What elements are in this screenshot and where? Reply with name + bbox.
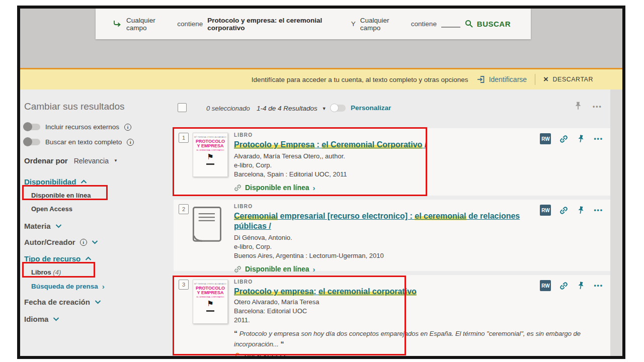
search-query-input[interactable]: Protocolo y empresa: el ceremonial corpo… <box>207 17 346 32</box>
availability-link[interactable]: Disponible en línea › <box>234 184 540 192</box>
scrollbar-gutter[interactable] <box>610 89 622 356</box>
title-highlight: el ceremonial corporativo <box>318 287 417 296</box>
book-cover-thumbnail[interactable]: Mª TERESA OTERO ALVARADO PROTOCOLOY EMPR… <box>193 133 228 177</box>
resource-type-label: LIBRO <box>234 132 540 138</box>
availability-label: Disponible en línea <box>245 184 309 192</box>
chevron-right-icon: › <box>313 265 315 274</box>
facet-language[interactable]: Idioma <box>24 315 59 323</box>
resource-type-label: LIBRO <box>234 204 540 209</box>
permalink-icon[interactable] <box>559 282 568 290</box>
signin-label: Identificarse <box>489 75 527 83</box>
press-search-link[interactable]: Búsqueda de prensa › <box>31 282 105 291</box>
search-bar: Cualquier campo contiene Protocolo y emp… <box>96 9 531 39</box>
book-cover-thumbnail[interactable]: Mª TERESA OTERO ALVARADO PROTOCOLOY EMPR… <box>193 280 228 324</box>
more-actions-icon[interactable]: ••• <box>593 103 602 110</box>
facet-label: Autor/Creador <box>24 238 75 246</box>
result-snippet: “ Protocolo y empresa son hoy día dos co… <box>234 328 590 349</box>
facet-label: Idioma <box>24 315 48 323</box>
facet-resource-type[interactable]: Tipo de recurso <box>24 254 92 263</box>
chevron-down-icon <box>95 300 101 304</box>
dismiss-label: DESCARTAR <box>553 76 593 83</box>
open-access-lock-icon <box>234 352 241 356</box>
toggle-switch[interactable] <box>24 139 40 145</box>
chevron-right-icon: › <box>313 184 315 192</box>
permalink-icon[interactable] <box>559 135 568 143</box>
link-icon <box>234 265 242 273</box>
more-actions-icon[interactable]: ••• <box>594 207 603 214</box>
more-actions-icon[interactable]: ••• <box>594 282 603 289</box>
search-field2-dropdown[interactable]: Cualquier campo <box>360 17 407 32</box>
result-title-link[interactable]: Protocolo y Empresa : el Ceremonial Corp… <box>234 140 540 150</box>
close-icon: × <box>543 74 548 84</box>
pin-icon[interactable] <box>577 206 585 215</box>
result-publication: Buenos Aires, Argentina : Lectorum-Ugerm… <box>234 251 540 260</box>
selected-count: 0 seleccionado <box>206 105 250 112</box>
search-field-dropdown[interactable]: Cualquier campo <box>126 17 173 32</box>
cover-subtitle: EL CEREMONIAL CORPORATIVO <box>193 149 227 151</box>
sort-dropdown[interactable]: Relevancia ▼ <box>74 157 118 165</box>
boolean-operator-dropdown[interactable]: Y <box>351 20 356 28</box>
results-range-label: 1-4 de 4 Resultados <box>257 105 317 112</box>
facet-availability[interactable]: Disponibilidad <box>24 177 87 186</box>
toggle-label: Buscar en texto completo <box>45 138 122 146</box>
pin-results-icon[interactable] <box>574 101 583 111</box>
facet-value-count: (4) <box>53 268 61 276</box>
chevron-down-icon <box>55 224 62 228</box>
select-all-checkbox[interactable] <box>178 103 187 112</box>
title-highlight: Ceremonial <box>234 212 278 220</box>
toggle-include-external[interactable]: Incluir recursos externos i <box>24 123 131 131</box>
info-icon[interactable]: i <box>80 239 87 246</box>
signin-banner: Identifícate para acceder a tu cuenta, a… <box>20 68 622 89</box>
pin-icon[interactable] <box>577 134 585 143</box>
dismiss-button[interactable]: × DESCARTAR <box>543 74 593 84</box>
title-plain: : <box>314 140 321 149</box>
search-button[interactable]: BUSCAR <box>465 20 511 28</box>
result-author: Di Génova, Antonio. <box>234 233 540 242</box>
permalink-icon[interactable] <box>559 206 568 215</box>
more-actions-icon[interactable]: ••• <box>594 135 603 142</box>
result-actions: RW ••• <box>540 133 603 144</box>
facet-creation-date[interactable]: Fecha de creación <box>24 298 101 306</box>
result-number: 1 <box>179 133 189 143</box>
facet-label: Disponibilidad <box>24 177 76 186</box>
availability-link[interactable]: Disponible en línea › <box>234 265 540 274</box>
results-range-dropdown[interactable]: 1-4 de 4 Resultados ▼ <box>257 105 327 112</box>
cover-author: Mª TERESA OTERO ALVARADO <box>193 283 227 285</box>
query-arrow-icon <box>113 20 122 28</box>
title-highlight: el Ceremonial Corporativo <box>321 140 422 149</box>
personalize-toggle[interactable] <box>331 105 346 112</box>
search-operator-dropdown[interactable]: contiene <box>177 20 203 28</box>
rw-badge[interactable]: RW <box>540 280 551 291</box>
rw-badge[interactable]: RW <box>540 205 551 216</box>
title-highlight: Protocolo y Empresa <box>234 140 314 149</box>
facet-value-open-access[interactable]: Open Access <box>31 205 72 213</box>
search-operator2-dropdown[interactable]: contiene <box>411 20 437 28</box>
toggle-switch[interactable] <box>24 124 40 130</box>
result-title-link[interactable]: Ceremonial empresarial [recurso electron… <box>234 211 540 231</box>
resource-type-label: LIBRO <box>234 279 590 285</box>
result-number: 2 <box>179 204 189 214</box>
chevron-down-icon: ▼ <box>114 158 118 163</box>
search-query2-input[interactable] <box>441 21 460 28</box>
result-actions: RW ••• <box>540 280 603 291</box>
toggle-fulltext-search[interactable]: Buscar en texto completo i <box>24 138 134 146</box>
info-icon[interactable]: i <box>127 139 134 146</box>
facet-value-online[interactable]: Disponible en línea <box>31 192 91 199</box>
page: Cualquier campo contiene Protocolo y emp… <box>20 9 622 356</box>
result-title-link[interactable]: Protocolo y empresa: el ceremonial corpo… <box>234 287 540 297</box>
search-icon <box>465 20 473 28</box>
chevron-up-icon <box>80 179 87 184</box>
sort-control: Ordenar por Relevancia ▼ <box>24 156 118 165</box>
facet-author[interactable]: Autor/Creador i <box>24 238 98 246</box>
chevron-up-icon <box>85 256 92 261</box>
flag-icon: ⚑ <box>193 300 227 307</box>
facet-value-books[interactable]: Libros (4) <box>31 268 61 276</box>
rw-badge[interactable]: RW <box>540 133 551 144</box>
quote-open-icon: “ <box>234 329 237 337</box>
signin-button[interactable]: Identificarse <box>476 75 527 84</box>
info-icon[interactable]: i <box>124 124 131 131</box>
personalize-label[interactable]: Personalizar <box>351 104 391 112</box>
pin-icon[interactable] <box>577 281 585 290</box>
facet-subject[interactable]: Materia <box>24 222 62 230</box>
book-icon <box>191 206 224 244</box>
